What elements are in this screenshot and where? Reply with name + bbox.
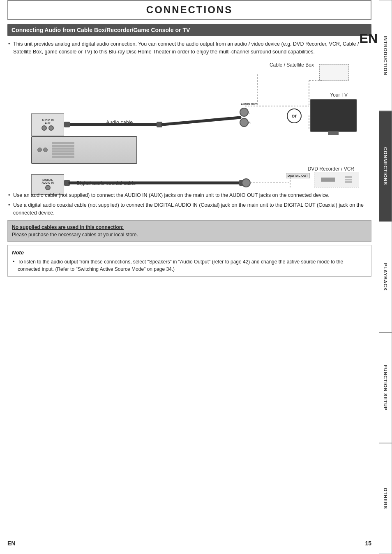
note-title: Note [12,249,367,257]
intro-paragraph: This unit provides analog and digital au… [7,40,371,56]
digital-audio-in-label: DIGITALAUDIO IN [42,178,53,184]
svg-point-17 [242,179,250,187]
sidebar-tab-others[interactable]: OTHERS [379,443,392,554]
unit-slot-5 [52,153,74,155]
bullet-paragraph-2: Use a digital audio coaxial cable (not s… [7,201,371,217]
unit-slot-1 [52,142,74,144]
tv-stand [328,132,339,135]
your-tv-label: Your TV [330,92,348,98]
dvd-btn-2 [345,179,352,180]
cable-sat-box [319,64,349,81]
note-bullet: To listen to the audio output from these… [12,258,367,273]
svg-rect-14 [64,180,70,186]
dvd-btn-1 [345,176,352,178]
port-circle-l [42,125,47,131]
audio-cable-label: Audio cable [106,120,133,125]
port-circles [42,125,54,131]
main-content: CONNECTIONS Connecting Audio from Cable … [0,0,379,288]
dvd-btn-3 [345,181,352,183]
svg-text:AUDIO OUT: AUDIO OUT [241,103,257,106]
no-cables-text: Please purchase the necessary cables at … [12,232,138,238]
tv-shape [310,99,357,132]
unit-slots [52,142,74,158]
or-circle: or [287,108,302,123]
page-title: CONNECTIONS [146,4,233,15]
unit-slot-3 [52,148,74,150]
dvd-slot [321,178,335,182]
unit-slot-6 [52,156,74,158]
en-bottom-label: EN [7,540,15,547]
right-sidebar: INTRODUCTION CONNECTIONS PLAYBACK FUNCTI… [379,0,392,554]
sidebar-tab-function-setup[interactable]: FUNCTION SETUP [379,332,392,443]
digital-cable-label: Digital audio coaxial cable [76,180,136,186]
section-header: Connecting Audio from Cable Box/Recorder… [7,24,371,36]
svg-rect-2 [157,122,162,127]
cable-sat-label: Cable / Satellite Box [270,62,314,68]
svg-text:R: R [248,121,251,125]
unit-slot-4 [52,150,74,152]
audio-in-aux-port: AUDIO INAUX [31,113,64,136]
port-circle-r [48,125,54,131]
svg-line-8 [163,118,240,125]
unit-buttons [37,148,48,152]
bottom-bar: EN 15 [7,540,371,547]
digital-port-circle [45,185,51,190]
sidebar-tab-introduction[interactable]: INTRODUCTION [379,0,392,111]
sidebar-tab-playback[interactable]: PLAYBACK [379,222,392,332]
page-title-box: CONNECTIONS [7,0,371,20]
svg-text:L: L [248,111,250,114]
svg-point-6 [240,108,248,116]
sidebar-tab-connections[interactable]: CONNECTIONS [379,111,392,222]
dvd-vcr-box [314,172,359,187]
dvd-btn-group [345,176,352,183]
digital-port-circles [45,185,51,190]
main-unit [31,136,137,164]
diagram-area: Cable / Satellite Box Your TV or Audio c… [7,60,371,187]
svg-rect-1 [64,122,70,127]
no-cables-box: No supplied cables are used in this conn… [7,220,371,242]
unit-btn-2 [43,148,48,152]
svg-rect-16 [239,180,245,186]
audio-in-aux-label: AUDIO INAUX [42,119,53,125]
note-box: Note To listen to the audio output from … [7,245,371,277]
svg-point-7 [240,118,248,127]
dvd-vcr-label: DVD Recorder / VCR [308,166,354,172]
no-cables-title: No supplied cables are used in this conn… [12,224,124,230]
bullet-paragraph-1: Use an audio cable (not supplied) to con… [7,192,371,199]
unit-slot-2 [52,145,74,147]
unit-btn-1 [37,148,42,152]
main-unit-inner [32,137,136,163]
page-number: 15 [365,540,371,547]
digital-out-label: DIGITAL OUT [286,173,310,178]
